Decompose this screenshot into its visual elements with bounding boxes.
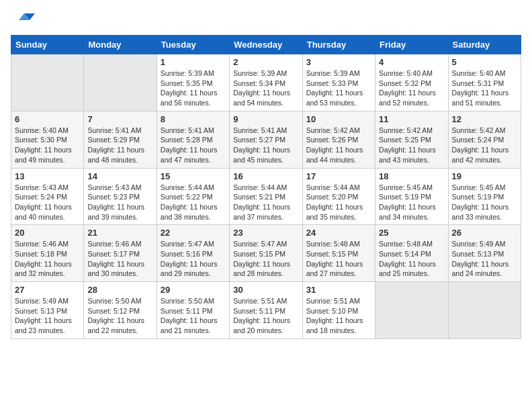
calendar-cell: 31Sunrise: 5:51 AMSunset: 5:10 PMDayligh… [302,282,375,339]
calendar-cell [11,54,84,111]
weekday-header: Tuesday [157,36,229,54]
day-number: 14 [87,171,152,181]
day-info: Sunrise: 5:48 AMSunset: 5:15 PMDaylight:… [306,239,371,279]
day-number: 29 [161,285,226,295]
calendar-cell: 11Sunrise: 5:42 AMSunset: 5:25 PMDayligh… [375,111,448,168]
day-info: Sunrise: 5:45 AMSunset: 5:19 PMDaylight:… [452,183,517,222]
day-number: 10 [306,114,371,124]
day-info: Sunrise: 5:45 AMSunset: 5:19 PMDaylight:… [379,183,444,222]
day-info: Sunrise: 5:42 AMSunset: 5:24 PMDaylight:… [452,126,517,165]
day-number: 22 [161,228,226,238]
day-info: Sunrise: 5:51 AMSunset: 5:10 PMDaylight:… [306,296,371,336]
day-number: 23 [233,228,298,238]
logo-icon [11,11,35,30]
day-info: Sunrise: 5:40 AMSunset: 5:32 PMDaylight:… [379,68,444,108]
day-number: 2 [233,57,298,67]
calendar-cell: 15Sunrise: 5:44 AMSunset: 5:22 PMDayligh… [157,168,229,225]
calendar-cell: 10Sunrise: 5:42 AMSunset: 5:26 PMDayligh… [302,111,375,168]
calendar-cell: 1Sunrise: 5:39 AMSunset: 5:35 PMDaylight… [157,54,229,111]
day-info: Sunrise: 5:43 AMSunset: 5:24 PMDaylight:… [15,183,80,222]
calendar-cell: 16Sunrise: 5:44 AMSunset: 5:21 PMDayligh… [230,168,302,225]
day-info: Sunrise: 5:46 AMSunset: 5:18 PMDaylight:… [15,239,80,279]
day-number: 7 [87,114,152,124]
calendar-cell: 7Sunrise: 5:41 AMSunset: 5:29 PMDaylight… [84,111,157,168]
day-number: 20 [15,228,80,238]
day-info: Sunrise: 5:50 AMSunset: 5:12 PMDaylight:… [87,296,152,336]
day-number: 27 [15,285,80,295]
day-number: 19 [452,171,517,181]
page-header [11,11,521,30]
day-info: Sunrise: 5:51 AMSunset: 5:11 PMDaylight:… [233,296,298,336]
calendar-cell: 12Sunrise: 5:42 AMSunset: 5:24 PMDayligh… [448,111,521,168]
day-number: 31 [306,285,371,295]
calendar-cell: 2Sunrise: 5:39 AMSunset: 5:34 PMDaylight… [230,54,302,111]
calendar-cell: 18Sunrise: 5:45 AMSunset: 5:19 PMDayligh… [375,168,448,225]
day-number: 4 [379,57,444,67]
calendar-cell: 5Sunrise: 5:40 AMSunset: 5:31 PMDaylight… [448,54,521,111]
calendar-cell: 28Sunrise: 5:50 AMSunset: 5:12 PMDayligh… [84,282,157,339]
day-info: Sunrise: 5:40 AMSunset: 5:30 PMDaylight:… [15,126,80,165]
day-info: Sunrise: 5:39 AMSunset: 5:34 PMDaylight:… [233,68,298,108]
calendar-cell: 14Sunrise: 5:43 AMSunset: 5:23 PMDayligh… [84,168,157,225]
calendar-cell: 8Sunrise: 5:41 AMSunset: 5:28 PMDaylight… [157,111,229,168]
day-number: 5 [452,57,517,67]
calendar-cell: 6Sunrise: 5:40 AMSunset: 5:30 PMDaylight… [11,111,84,168]
calendar-cell: 22Sunrise: 5:47 AMSunset: 5:16 PMDayligh… [157,225,229,282]
day-info: Sunrise: 5:46 AMSunset: 5:17 PMDaylight:… [87,239,152,279]
day-info: Sunrise: 5:43 AMSunset: 5:23 PMDaylight:… [87,183,152,222]
day-info: Sunrise: 5:50 AMSunset: 5:11 PMDaylight:… [161,296,226,336]
day-info: Sunrise: 5:47 AMSunset: 5:16 PMDaylight:… [161,239,226,279]
calendar-cell: 25Sunrise: 5:48 AMSunset: 5:14 PMDayligh… [375,225,448,282]
day-number: 11 [379,114,444,124]
day-info: Sunrise: 5:44 AMSunset: 5:21 PMDaylight:… [233,183,298,222]
calendar-cell: 27Sunrise: 5:49 AMSunset: 5:13 PMDayligh… [11,282,84,339]
day-info: Sunrise: 5:44 AMSunset: 5:20 PMDaylight:… [306,183,371,222]
weekday-header: Monday [84,36,157,54]
day-info: Sunrise: 5:44 AMSunset: 5:22 PMDaylight:… [161,183,226,222]
day-number: 15 [161,171,226,181]
calendar-cell: 30Sunrise: 5:51 AMSunset: 5:11 PMDayligh… [230,282,302,339]
day-number: 30 [233,285,298,295]
calendar-week-row: 13Sunrise: 5:43 AMSunset: 5:24 PMDayligh… [11,168,521,225]
day-number: 9 [233,114,298,124]
calendar-cell: 3Sunrise: 5:39 AMSunset: 5:33 PMDaylight… [302,54,375,111]
day-number: 26 [452,228,517,238]
logo [11,11,38,30]
day-number: 6 [15,114,80,124]
calendar-cell: 24Sunrise: 5:48 AMSunset: 5:15 PMDayligh… [302,225,375,282]
calendar-week-row: 1Sunrise: 5:39 AMSunset: 5:35 PMDaylight… [11,54,521,111]
day-info: Sunrise: 5:48 AMSunset: 5:14 PMDaylight:… [379,239,444,279]
weekday-header: Thursday [302,36,375,54]
calendar-cell: 19Sunrise: 5:45 AMSunset: 5:19 PMDayligh… [448,168,521,225]
calendar-cell [448,282,521,339]
day-number: 24 [306,228,371,238]
day-info: Sunrise: 5:49 AMSunset: 5:13 PMDaylight:… [15,296,80,336]
day-number: 8 [161,114,226,124]
weekday-header: Sunday [11,36,84,54]
calendar-header: SundayMondayTuesdayWednesdayThursdayFrid… [11,36,521,54]
calendar-cell: 17Sunrise: 5:44 AMSunset: 5:20 PMDayligh… [302,168,375,225]
calendar-week-row: 27Sunrise: 5:49 AMSunset: 5:13 PMDayligh… [11,282,521,339]
day-info: Sunrise: 5:41 AMSunset: 5:29 PMDaylight:… [87,126,152,165]
day-number: 25 [379,228,444,238]
day-info: Sunrise: 5:49 AMSunset: 5:13 PMDaylight:… [452,239,517,279]
calendar-cell: 4Sunrise: 5:40 AMSunset: 5:32 PMDaylight… [375,54,448,111]
calendar-cell: 20Sunrise: 5:46 AMSunset: 5:18 PMDayligh… [11,225,84,282]
day-number: 12 [452,114,517,124]
day-number: 21 [87,228,152,238]
calendar-cell: 13Sunrise: 5:43 AMSunset: 5:24 PMDayligh… [11,168,84,225]
day-info: Sunrise: 5:40 AMSunset: 5:31 PMDaylight:… [452,68,517,108]
day-info: Sunrise: 5:39 AMSunset: 5:35 PMDaylight:… [161,68,226,108]
day-info: Sunrise: 5:39 AMSunset: 5:33 PMDaylight:… [306,68,371,108]
day-info: Sunrise: 5:41 AMSunset: 5:27 PMDaylight:… [233,126,298,165]
calendar-week-row: 20Sunrise: 5:46 AMSunset: 5:18 PMDayligh… [11,225,521,282]
day-number: 17 [306,171,371,181]
calendar-cell [375,282,448,339]
day-number: 28 [87,285,152,295]
weekday-header: Friday [375,36,448,54]
calendar-cell [84,54,157,111]
day-number: 16 [233,171,298,181]
calendar-cell: 26Sunrise: 5:49 AMSunset: 5:13 PMDayligh… [448,225,521,282]
day-number: 13 [15,171,80,181]
day-info: Sunrise: 5:42 AMSunset: 5:26 PMDaylight:… [306,126,371,165]
